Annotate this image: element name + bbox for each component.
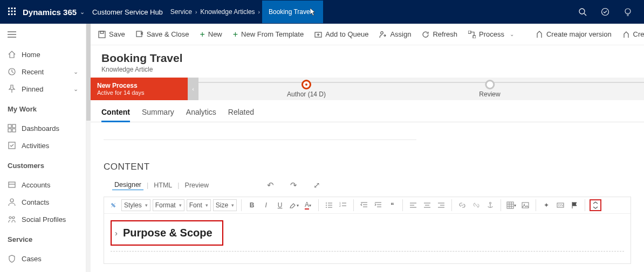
- process-stages-track: Author (14 D) Review: [198, 78, 644, 100]
- sidebar-item-home[interactable]: Home: [0, 46, 86, 63]
- sidebar-item-pinned[interactable]: Pinned ⌄: [0, 80, 86, 97]
- separator: |: [177, 182, 179, 189]
- bold-button[interactable]: B: [246, 199, 258, 211]
- process-status: Active for 14 days: [97, 89, 144, 96]
- sidebar-scrollbar[interactable]: [86, 24, 91, 272]
- process-flag[interactable]: New Process Active for 14 days: [91, 78, 188, 100]
- app-launcher-icon[interactable]: [4, 8, 19, 17]
- link-button[interactable]: [456, 199, 468, 211]
- expand-icon[interactable]: ⤢: [307, 180, 327, 190]
- button-label: Assign: [390, 30, 411, 38]
- breadcrumb-knowledge-articles[interactable]: Knowledge Articles: [200, 8, 255, 16]
- contacts-icon: [8, 198, 16, 206]
- plus-icon: +: [233, 30, 238, 39]
- flag-icon[interactable]: [568, 199, 580, 211]
- align-right-button[interactable]: [435, 199, 447, 211]
- breadcrumb-service[interactable]: Service: [170, 8, 192, 16]
- sidebar-item-label: Cases: [22, 255, 42, 263]
- save-close-button[interactable]: Save & Close: [136, 30, 189, 38]
- new-button[interactable]: + New: [200, 30, 222, 39]
- align-center-button[interactable]: [421, 199, 433, 211]
- sidebar-item-social-profiles[interactable]: Social Profiles: [0, 211, 86, 228]
- collapse-toolbar-button[interactable]: [590, 199, 601, 211]
- italic-button[interactable]: I: [260, 199, 272, 211]
- styles-select[interactable]: Styles▾: [121, 199, 150, 211]
- refresh-icon: [422, 31, 429, 38]
- breadcrumb-current[interactable]: Booking Travel: [262, 1, 323, 24]
- editor-tab-designer[interactable]: Designer: [112, 180, 143, 190]
- tab-summary[interactable]: Summary: [142, 106, 174, 122]
- anchor-button[interactable]: [484, 199, 496, 211]
- font-color-button[interactable]: A▾: [302, 199, 314, 211]
- brand-chevron-icon[interactable]: ⌄: [80, 9, 85, 16]
- stage-dot-active-icon: [302, 80, 311, 89]
- sidebar-item-contacts[interactable]: Contacts: [0, 193, 86, 211]
- align-left-button[interactable]: [407, 199, 419, 211]
- highlight-button[interactable]: ▾: [288, 199, 300, 211]
- stage-author[interactable]: Author (14 D): [287, 80, 326, 98]
- image-button[interactable]: [519, 199, 531, 211]
- font-select[interactable]: Font▾: [187, 199, 211, 211]
- sidebar-item-recent[interactable]: Recent ⌄: [0, 63, 86, 80]
- module-name[interactable]: Customer Service Hub: [92, 8, 163, 16]
- sitemap-sidebar: Home Recent ⌄ Pinned ⌄ My Work Dashboard…: [0, 24, 86, 272]
- editor-tab-html[interactable]: HTML: [152, 180, 174, 190]
- editor-canvas[interactable]: › Purpose & Scope: [104, 214, 631, 263]
- save-button[interactable]: Save: [98, 30, 125, 38]
- process-back-button[interactable]: ‹: [188, 78, 198, 100]
- clear-format-icon[interactable]: [107, 199, 119, 211]
- undo-icon[interactable]: ↶: [261, 180, 280, 190]
- queue-icon: [314, 31, 322, 38]
- highlighted-heading-block[interactable]: › Purpose & Scope: [111, 220, 223, 246]
- sidebar-item-accounts[interactable]: Accounts: [0, 176, 86, 193]
- task-icon[interactable]: [601, 8, 609, 16]
- scrollbar-thumb[interactable]: [86, 24, 91, 121]
- unlink-button[interactable]: [470, 199, 482, 211]
- quote-button[interactable]: ❝: [386, 199, 398, 211]
- svg-point-25: [12, 217, 15, 219]
- underline-button[interactable]: U: [274, 199, 286, 211]
- tab-content[interactable]: Content: [101, 106, 130, 122]
- size-select[interactable]: Size▾: [213, 199, 237, 211]
- format-select[interactable]: Format▾: [153, 199, 184, 211]
- redo-icon[interactable]: ↷: [284, 180, 304, 190]
- table-button[interactable]: ▾: [505, 199, 517, 211]
- sidebar-item-cases[interactable]: Cases: [0, 250, 86, 267]
- search-icon[interactable]: [578, 8, 587, 16]
- create-major-version-button[interactable]: Create major version: [536, 30, 612, 38]
- tab-related[interactable]: Related: [228, 106, 254, 122]
- pin-icon: [8, 85, 16, 93]
- process-button[interactable]: Process ⌄: [468, 30, 514, 38]
- breadcrumb-current-label: Booking Travel: [269, 8, 311, 16]
- assign-button[interactable]: Assign: [379, 30, 411, 38]
- svg-rect-7: [11, 13, 13, 15]
- sidebar-item-activities[interactable]: Activities: [0, 137, 86, 154]
- embed-icon[interactable]: DIV: [554, 199, 566, 211]
- svg-rect-6: [8, 13, 10, 15]
- separator: [241, 199, 242, 211]
- indent-button[interactable]: [372, 199, 384, 211]
- collapse-nav-icon[interactable]: [0, 28, 86, 43]
- refresh-button[interactable]: Refresh: [422, 30, 457, 38]
- separator: [451, 199, 452, 211]
- accounts-icon: [8, 180, 16, 189]
- add-to-queue-button[interactable]: Add to Queue: [314, 30, 368, 38]
- brand-name[interactable]: Dynamics 365: [23, 8, 77, 17]
- mouse-cursor-icon: [310, 8, 317, 16]
- new-from-template-button[interactable]: + New From Template: [233, 30, 304, 39]
- outdent-button[interactable]: [358, 199, 370, 211]
- sparkle-icon[interactable]: ✦: [540, 199, 552, 211]
- chevron-down-icon: ⌄: [510, 31, 514, 37]
- svg-rect-18: [8, 129, 11, 132]
- tab-analytics[interactable]: Analytics: [186, 106, 216, 122]
- number-list-button[interactable]: 12: [337, 199, 349, 211]
- create-minor-version-button[interactable]: Create minor: [622, 30, 644, 38]
- svg-point-24: [9, 217, 11, 219]
- lightbulb-icon[interactable]: [624, 8, 632, 16]
- sidebar-item-dashboards[interactable]: Dashboards: [0, 120, 86, 137]
- stage-review[interactable]: Review: [479, 80, 500, 98]
- bullet-list-button[interactable]: [323, 199, 335, 211]
- editor-tab-preview[interactable]: Preview: [183, 180, 211, 190]
- save-icon: [98, 31, 106, 38]
- svg-rect-4: [11, 10, 13, 12]
